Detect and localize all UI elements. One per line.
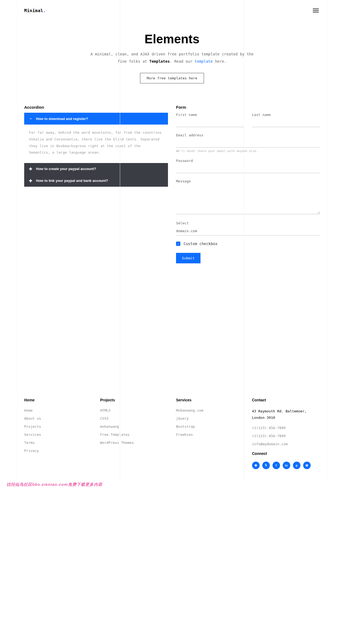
submit-button[interactable]: Submit [176,253,200,263]
footer-contact-title: Contact [252,398,320,402]
email-label: Email address [176,133,320,137]
select-label: Select [176,221,320,225]
first-name-label: First name [176,113,244,117]
footer-link[interactable]: Bootstrap [176,424,195,429]
footer-link[interactable]: Terms [24,441,35,445]
dribbble-icon[interactable]: ◍ [303,462,311,469]
footer-projects-title: Projects [100,398,168,402]
email-hint: We'll never share your email with anyone… [176,149,320,153]
page-title: Elements [23,32,321,46]
instagram-icon[interactable]: ◉ [252,462,260,469]
first-name-input[interactable] [176,118,244,127]
custom-checkbox[interactable]: ✓ [176,242,180,246]
footer-link[interactable]: Home [24,408,33,412]
hero-intro: A minimal, clean, and AJAX driven free p… [86,51,258,65]
accordion: − How to download and register? Far far … [24,113,168,187]
accordion-heading: Accordion [24,105,168,109]
footer-link[interactable]: Mobanwang.com [176,408,203,412]
accordion-body-1: Far far away, behind the word mountains,… [24,125,168,163]
pinterest-icon[interactable]: p [293,462,300,469]
contact-address: 43 Raymouth Rd. Baltemoer, London 3910 [252,408,320,421]
plus-icon: ✚ [29,167,32,171]
menu-icon[interactable] [312,8,320,13]
footer-services-title: Services [176,398,244,402]
contact-email[interactable]: info@mydomain.com [252,442,288,446]
twitter-icon[interactable]: 𝕏 [262,462,270,469]
footer-link[interactable]: Projects [24,424,41,429]
footer-link[interactable]: Privacy [24,449,39,453]
email-input[interactable] [176,139,320,148]
password-input[interactable] [176,164,320,173]
footer-home-title: Home [24,398,92,402]
last-name-label: Last name [252,113,320,117]
footer-link[interactable]: Free Templates [100,433,130,437]
checkbox-label: Custom checkbox [184,242,217,246]
more-templates-button[interactable]: More free templates here [140,73,204,83]
accordion-header-3[interactable]: ✚ How to link your paypal and bank accou… [24,175,168,187]
accordion-header-1[interactable]: − How to download and register? [24,113,168,125]
template-link[interactable]: template [195,59,213,63]
footer-link[interactable]: jQuery [176,416,189,420]
footer-link[interactable]: Services [24,433,41,437]
message-label: Message [176,179,320,183]
watermark: 访问仙鸟社区bbs.xieniao.com免费下载更多内容 [0,480,344,489]
last-name-input[interactable] [252,118,320,127]
demo-form: First name Last name Email address We'll… [176,113,320,263]
footer-link[interactable]: CSS3 [100,416,109,420]
footer-link[interactable]: mobanwang [100,424,119,429]
footer-link[interactable]: About us [24,416,41,420]
plus-icon: ✚ [29,179,32,183]
footer-link[interactable]: WordPress Themes [100,441,134,445]
footer-connect-title: Connect [252,451,320,456]
password-label: Password [176,159,320,163]
facebook-icon[interactable]: f [273,462,280,469]
logo[interactable]: Minimal. [24,8,46,13]
accordion-header-2[interactable]: ✚ How to create your paypal account? [24,163,168,175]
footer-link[interactable]: Freebies [176,433,193,437]
select-input[interactable]: domain.com [176,227,320,236]
linkedin-icon[interactable]: in [283,462,290,469]
message-input[interactable] [176,185,320,214]
contact-phone[interactable]: +1(123)-456-7890 [252,434,286,438]
minus-icon: − [29,116,32,121]
form-heading: Form [176,105,320,109]
contact-phone[interactable]: +1(123)-456-7890 [252,426,286,430]
footer-link[interactable]: HTML5 [100,408,111,412]
